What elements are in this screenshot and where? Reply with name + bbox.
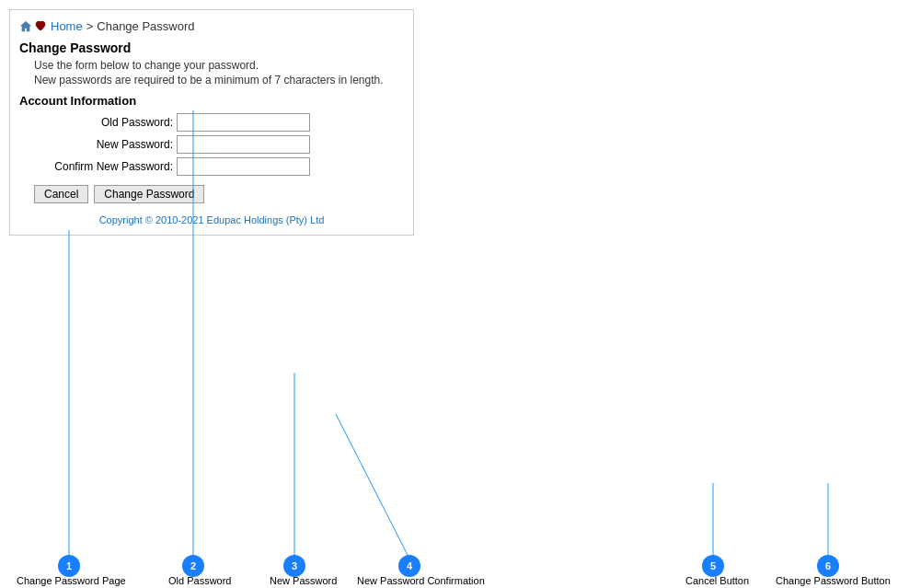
old-password-label: Old Password: [34, 116, 177, 129]
annotation-label-6: Change Password Button [776, 575, 891, 586]
button-row: Cancel Change Password [34, 185, 404, 203]
new-password-row: New Password: [34, 135, 404, 154]
description-2: New passwords are required to be a minim… [34, 74, 404, 86]
annotation-label-2: Old Password [168, 575, 231, 586]
cancel-button[interactable]: Cancel [34, 185, 88, 203]
new-password-input[interactable] [177, 135, 310, 154]
old-password-input[interactable] [177, 113, 310, 132]
account-form: Old Password: New Password: Confirm New … [34, 113, 404, 176]
annotation-label-5: Cancel Button [685, 575, 749, 586]
svg-line-3 [336, 414, 409, 559]
annotation-circle-2: 2 [182, 555, 204, 577]
change-password-button[interactable]: Change Password [94, 185, 204, 203]
annotation-circle-4: 4 [398, 555, 420, 577]
annotation-circle-6: 6 [817, 555, 839, 577]
heart-icon [34, 20, 47, 33]
section-title: Account Information [19, 94, 404, 108]
annotation-label-3: New Password [270, 575, 337, 586]
home-icon [19, 20, 32, 33]
breadcrumb-separator: > [86, 19, 94, 33]
copyright: Copyright © 2010-2021 Edupac Holdings (P… [19, 214, 404, 225]
description-1: Use the form below to change your passwo… [34, 59, 404, 72]
breadcrumb: Home > Change Password [19, 19, 404, 33]
confirm-password-label: Confirm New Password: [34, 160, 177, 173]
confirm-password-input[interactable] [177, 157, 310, 176]
annotation-circle-3: 3 [283, 555, 305, 577]
home-link[interactable]: Home [51, 19, 83, 33]
annotation-label-4: New Password Confirmation [357, 575, 485, 586]
annotation-circle-5: 5 [702, 555, 724, 577]
annotation-circle-1: 1 [58, 555, 80, 577]
change-password-page: Home > Change Password Change Password U… [9, 9, 414, 236]
breadcrumb-icons [19, 20, 47, 33]
annotation-label-1: Change Password Page [17, 575, 126, 586]
confirm-password-row: Confirm New Password: [34, 157, 404, 176]
page-title: Change Password [19, 40, 404, 55]
breadcrumb-current: Change Password [97, 19, 194, 33]
old-password-row: Old Password: [34, 113, 404, 132]
new-password-label: New Password: [34, 138, 177, 151]
